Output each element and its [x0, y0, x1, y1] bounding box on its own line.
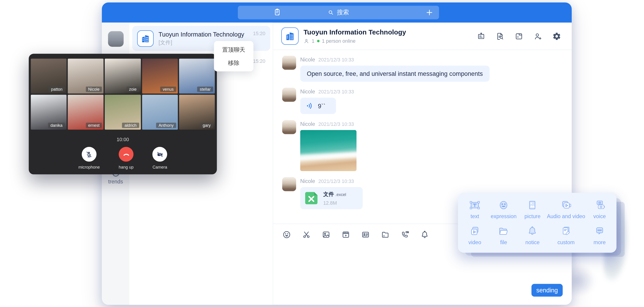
participant-tile[interactable]: stellar	[179, 59, 215, 94]
message-bubble[interactable]: Open source, free, and universal instant…	[300, 65, 490, 81]
group-avatar[interactable]	[281, 27, 298, 44]
call-controls: microphone hang up Camera	[29, 147, 217, 170]
participant-tile[interactable]: ernest	[68, 95, 104, 130]
header-action-icon[interactable]	[552, 32, 561, 40]
message-type-item[interactable]: expression	[489, 199, 518, 220]
chat-title: Tuoyun Information Technology	[304, 28, 406, 36]
message-type-item[interactable]: file	[489, 225, 518, 245]
plus-icon[interactable]	[426, 9, 433, 16]
message-author: Nicole	[300, 121, 315, 127]
call-control-icon	[156, 150, 164, 158]
message-author: Nicole	[300, 89, 315, 95]
message-type-icon	[498, 199, 510, 211]
file-size: 12.8M	[323, 200, 346, 206]
participant-name: Anthony	[156, 123, 176, 128]
context-menu-item[interactable]: 置顶聊天	[214, 43, 254, 56]
building-icon	[285, 31, 296, 41]
participant-tile[interactable]: venus	[142, 59, 178, 94]
avatar[interactable]	[282, 56, 296, 70]
participant-tile[interactable]: Nicole	[68, 59, 104, 94]
context-menu: 置顶聊天 移除	[214, 41, 254, 71]
call-control[interactable]: Camera	[152, 147, 168, 170]
message-time: 2021/12/3 10:33	[318, 89, 354, 95]
header-action-icon[interactable]	[534, 32, 542, 40]
message-type-item[interactable]: picture	[518, 199, 547, 220]
message-type-label: video	[460, 239, 489, 245]
participant-name: Nicole	[86, 87, 102, 92]
message-type-item[interactable]: voice	[585, 199, 614, 220]
message-type-icon	[468, 225, 481, 237]
chat-panel: Tuoyun Information Technology 1 1 person…	[272, 23, 572, 305]
call-duration: 10:00	[29, 137, 217, 142]
participant-name: ernest	[86, 123, 102, 128]
header-action-icon[interactable]	[496, 32, 504, 40]
message-voice: Nicole 2021/12/3 10:33 9``	[282, 88, 572, 114]
participant-name: venus	[160, 87, 176, 92]
send-button[interactable]: sending	[532, 284, 562, 297]
chat-header: Tuoyun Information Technology 1 1 person…	[273, 23, 572, 50]
call-control[interactable]: microphone	[78, 147, 100, 170]
file-card[interactable]: 文件 .excel 12.8M	[300, 187, 363, 209]
video-call-overlay: patton Nicole zoie venus stellar danika …	[29, 54, 217, 174]
message-type-panel: text expression picture Audio and video …	[458, 193, 616, 253]
toolbar-icon[interactable]	[420, 230, 429, 239]
toolbar-icon[interactable]	[341, 230, 350, 239]
message-type-item[interactable]: custom	[547, 225, 585, 245]
call-control-label: microphone	[78, 165, 100, 170]
participant-name: stellar	[197, 87, 213, 92]
search-placeholder: 搜索	[337, 9, 349, 16]
message-type-item[interactable]: notice	[518, 225, 547, 245]
call-control[interactable]: hang up	[119, 147, 134, 170]
message-type-label: picture	[518, 213, 547, 220]
participant-grid: patton Nicole zoie venus stellar danika …	[29, 54, 217, 129]
voice-bubble[interactable]: 9``	[300, 97, 336, 114]
participant-name: patton	[49, 87, 65, 92]
context-menu-item[interactable]: 移除	[214, 56, 254, 69]
toolbar-icon[interactable]	[400, 230, 410, 239]
avatar[interactable]	[282, 177, 296, 191]
toolbar-icon[interactable]	[381, 230, 390, 239]
participant-tile[interactable]: aldrich	[105, 95, 141, 130]
participant-name: danika	[48, 123, 65, 128]
message-type-label: notice	[518, 239, 547, 245]
message-image: Nicole 2021/12/3 10:33	[282, 120, 572, 171]
message-type-label: file	[489, 239, 518, 245]
avatar[interactable]	[282, 88, 296, 102]
participant-tile[interactable]: danika	[31, 95, 67, 130]
excel-file-icon	[304, 190, 319, 206]
message-type-icon	[594, 199, 606, 211]
file-ext: .excel	[336, 192, 346, 197]
toolbar-icon[interactable]	[302, 230, 311, 239]
participant-tile[interactable]: gary	[179, 95, 215, 130]
participant-tile[interactable]: zoie	[105, 59, 141, 94]
call-control-icon	[85, 150, 93, 158]
participant-tile[interactable]: patton	[31, 59, 67, 94]
message-type-icon	[526, 225, 538, 237]
message-type-item[interactable]: more	[585, 225, 614, 245]
message-type-item[interactable]: Audio and video	[547, 199, 585, 220]
header-action-icon[interactable]	[477, 32, 486, 40]
call-log-icon[interactable]	[273, 8, 281, 16]
avatar[interactable]	[282, 120, 296, 134]
message-type-icon	[498, 225, 510, 237]
message-type-icon	[594, 225, 606, 237]
header-action-icon[interactable]	[514, 32, 523, 40]
message-type-item[interactable]: text	[460, 199, 489, 220]
member-count: 1	[312, 38, 314, 44]
toolbar-icon[interactable]	[361, 230, 370, 239]
toolbar-icon[interactable]	[322, 230, 331, 239]
participant-tile[interactable]: Anthony	[142, 95, 178, 130]
search-bar[interactable]: 搜索	[238, 6, 439, 19]
file-name: 文件	[323, 191, 334, 197]
toolbar-icon[interactable]	[282, 230, 291, 239]
user-avatar[interactable]	[108, 31, 123, 47]
message-type-label: Audio and video	[547, 213, 585, 220]
message-list: Nicole 2021/12/3 10:33 Open source, free…	[273, 50, 572, 209]
online-status: 1 person online	[322, 38, 356, 44]
beach-photo[interactable]	[300, 130, 356, 171]
group-avatar	[137, 30, 154, 47]
call-control-label: Camera	[152, 165, 168, 170]
message-type-item[interactable]: video	[460, 225, 489, 245]
message-time: 2021/12/3 10:33	[318, 178, 354, 184]
message-author: Nicole	[300, 178, 315, 184]
